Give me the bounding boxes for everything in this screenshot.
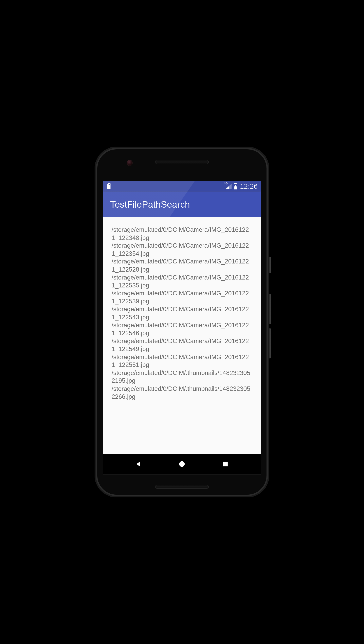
svg-point-4 [179, 461, 185, 467]
file-path: /storage/emulated/0/DCIM/.thumbnails/148… [112, 385, 252, 401]
file-path: /storage/emulated/0/DCIM/Camera/IMG_2016… [112, 353, 252, 369]
app-bar: TestFilePathSearch [103, 192, 261, 217]
file-path-list: /storage/emulated/0/DCIM/Camera/IMG_2016… [112, 226, 252, 401]
battery-charging-icon [234, 183, 238, 189]
power-button [270, 257, 271, 273]
front-camera-icon [127, 160, 133, 166]
system-nav [103, 454, 261, 475]
app-title: TestFilePathSearch [110, 199, 190, 209]
file-path: /storage/emulated/0/DCIM/Camera/IMG_2016… [112, 242, 252, 258]
network-4g-icon: 4G [224, 183, 232, 189]
bottom-speaker [156, 486, 208, 488]
svg-rect-5 [223, 462, 228, 466]
file-path: /storage/emulated/0/DCIM/.thumbnails/148… [112, 369, 252, 385]
file-path: /storage/emulated/0/DCIM/Camera/IMG_2016… [112, 274, 252, 289]
file-path: /storage/emulated/0/DCIM/Camera/IMG_2016… [112, 337, 252, 353]
status-bar: 4G [103, 181, 261, 192]
content-area[interactable]: /storage/emulated/0/DCIM/Camera/IMG_2016… [103, 217, 261, 454]
overview-button[interactable] [216, 457, 236, 471]
device-frame: 4G [94, 147, 269, 497]
svg-rect-1 [235, 183, 236, 184]
home-button[interactable] [172, 457, 192, 471]
file-path: /storage/emulated/0/DCIM/Camera/IMG_2016… [112, 305, 252, 321]
file-path: /storage/emulated/0/DCIM/Camera/IMG_2016… [112, 289, 252, 305]
volume-up-button [270, 294, 271, 324]
file-path: /storage/emulated/0/DCIM/Camera/IMG_2016… [112, 321, 252, 337]
screen: 4G [103, 181, 261, 475]
file-path: /storage/emulated/0/DCIM/Camera/IMG_2016… [112, 258, 252, 273]
top-speaker [150, 160, 214, 164]
file-path: /storage/emulated/0/DCIM/Camera/IMG_2016… [112, 226, 252, 242]
sd-card-icon [106, 183, 111, 189]
status-clock: 12:26 [240, 182, 258, 190]
volume-down-button [270, 328, 271, 358]
back-button[interactable] [128, 457, 148, 471]
